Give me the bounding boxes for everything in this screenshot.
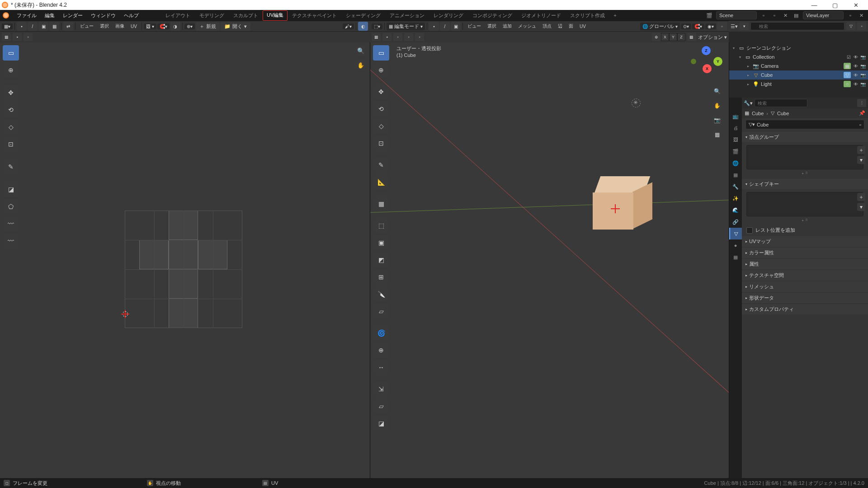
- uv-sel-face[interactable]: ▣: [38, 22, 48, 31]
- panel-uvmaps[interactable]: ▸UVマップ: [742, 236, 868, 247]
- uv-snap-picker[interactable]: 🧲▾: [157, 23, 170, 29]
- add-workspace-button[interactable]: +: [609, 11, 620, 20]
- outliner-new-col-icon[interactable]: ▫: [857, 22, 866, 30]
- uv-overlay-b[interactable]: ▪: [13, 33, 22, 41]
- workspace-tab-テクスチャペイント[interactable]: テクスチャペイント: [288, 10, 341, 21]
- nav-persp-icon[interactable]: ▦: [712, 129, 722, 140]
- sk-menu-icon[interactable]: ▾: [857, 203, 865, 211]
- workspace-tab-UV編集[interactable]: UV編集: [263, 10, 288, 21]
- ptab-object[interactable]: ▦: [729, 169, 742, 181]
- ptab-data-mesh[interactable]: ▽: [729, 228, 742, 239]
- uv-menu-uv[interactable]: UV: [128, 24, 140, 29]
- outliner-collection[interactable]: ▾▭ Collection ☑👁📷: [729, 52, 868, 61]
- workspace-tab-レイアウト[interactable]: レイアウト: [161, 10, 195, 21]
- nav-pan-icon[interactable]: ✋: [712, 100, 722, 111]
- workspace-tab-アニメーション[interactable]: アニメーション: [385, 10, 429, 21]
- v3d-menu-select[interactable]: 選択: [485, 23, 499, 29]
- uv-tool-move[interactable]: ✥: [3, 85, 19, 100]
- v3d-tool-move[interactable]: ✥: [373, 84, 389, 99]
- v3d-orient[interactable]: 🌐 グローバル ▾: [640, 23, 680, 30]
- workspace-tab-シェーディング[interactable]: シェーディング: [341, 10, 385, 21]
- uv-open-button[interactable]: 📁開く▾: [221, 22, 250, 31]
- uv-menu-select[interactable]: 選択: [97, 23, 112, 29]
- gizmo-x[interactable]: X: [703, 64, 712, 73]
- sk-add-icon[interactable]: ＋: [857, 193, 865, 201]
- v3d-tool-shear[interactable]: ▱: [373, 399, 389, 414]
- v3d-sh-a[interactable]: ▦: [372, 33, 381, 41]
- scene-new-icon[interactable]: ▫: [770, 11, 778, 19]
- vg-add-icon[interactable]: ＋: [857, 146, 865, 154]
- v3d-menu-edge[interactable]: 辺: [555, 23, 565, 29]
- v3d-sel-face[interactable]: ▣: [451, 22, 461, 31]
- v3d-sh-d[interactable]: ▫: [404, 33, 413, 41]
- rest-position-checkbox[interactable]: [746, 227, 753, 234]
- panel-attr[interactable]: ▸属性: [742, 259, 868, 269]
- outliner-display[interactable]: ▾: [740, 22, 749, 30]
- uv-tool-cursor[interactable]: ⊕: [3, 62, 19, 78]
- panel-custom[interactable]: ▸カスタムプロパティ: [742, 304, 868, 314]
- outliner-scene-collection[interactable]: ▾▭ シーンコレクション: [729, 43, 868, 52]
- ptab-scene[interactable]: 🎬: [729, 145, 742, 157]
- workspace-tab-コンポジティング[interactable]: コンポジティング: [468, 10, 517, 21]
- scene-icon[interactable]: 🎬: [705, 11, 713, 19]
- editor-type-uv[interactable]: ▦▾: [2, 23, 13, 29]
- nav-zoom-icon[interactable]: 🔍: [712, 86, 722, 97]
- v3d-menu-face[interactable]: 面: [566, 23, 576, 29]
- v3d-tool-measure[interactable]: 📐: [373, 174, 389, 190]
- outliner-item-camera[interactable]: ▸📷Camera▦👁📷: [729, 61, 868, 70]
- vg-menu-icon[interactable]: ▾: [857, 156, 865, 164]
- menu-help[interactable]: ヘルプ: [120, 10, 143, 21]
- uv-sel-edge[interactable]: /: [28, 22, 38, 31]
- uv-zoom-icon[interactable]: 🔍: [355, 45, 366, 56]
- v3d-tool-annotate[interactable]: ✎: [373, 157, 389, 173]
- outliner-item-light[interactable]: ▸💡Light○👁📷: [729, 80, 868, 89]
- uv-sel-vert[interactable]: ▪: [17, 22, 27, 31]
- v3d-tool-polybuild[interactable]: ▱: [373, 304, 389, 319]
- v3d-tool-cursor[interactable]: ⊕: [373, 62, 389, 78]
- outliner-search[interactable]: [750, 22, 844, 30]
- uv-overlay-a[interactable]: ▦: [2, 33, 11, 41]
- uv-overlay-icon[interactable]: ◑: [170, 22, 180, 31]
- nav-camera-icon[interactable]: 📷: [712, 115, 722, 126]
- v3d-tool-scale[interactable]: ◇: [373, 118, 389, 134]
- uv-pan-icon[interactable]: ✋: [355, 60, 366, 70]
- v3d-tool-smooth[interactable]: ⊕: [373, 343, 389, 358]
- ptab-texture[interactable]: ▦: [729, 251, 742, 263]
- uv-tool-rotate[interactable]: ⟲: [3, 102, 19, 117]
- v3d-menu-vertex[interactable]: 頂点: [540, 23, 554, 29]
- mesh-name-input[interactable]: ▽▾Cube▫: [745, 120, 864, 129]
- gizmo-toggle-icon[interactable]: ⊕: [652, 33, 661, 41]
- v3d-tool-rotate[interactable]: ⟲: [373, 101, 389, 117]
- uv-paint-picker[interactable]: 🖌▾: [343, 23, 354, 29]
- v3d-tool-addcube[interactable]: ▦: [373, 196, 389, 211]
- uv-sync-icon[interactable]: ⇄: [63, 22, 73, 31]
- workspace-tab-スクリプト作成[interactable]: スクリプト作成: [566, 10, 609, 21]
- v3d-tool-bevel[interactable]: ◩: [373, 252, 389, 267]
- uv-image-picker[interactable]: 🖼 ▾: [144, 23, 156, 29]
- ptab-material[interactable]: ●: [729, 239, 742, 251]
- ptab-viewlayer[interactable]: 🖼: [729, 134, 742, 145]
- ptab-render[interactable]: 📺: [729, 110, 742, 122]
- v3d-tool-rip[interactable]: ◪: [373, 416, 389, 431]
- ptab-modifier[interactable]: 🔧: [729, 181, 742, 192]
- editor-type-outliner[interactable]: ☰▾: [731, 23, 738, 29]
- v3d-tool-transform[interactable]: ⊡: [373, 136, 389, 151]
- viewlayer-del-icon[interactable]: ✕: [857, 11, 865, 19]
- workspace-tab-レンダリング[interactable]: レンダリング: [429, 10, 468, 21]
- editor-type-3d[interactable]: ⬚▾: [372, 23, 382, 29]
- viewlayer-icon[interactable]: ▤: [792, 11, 800, 19]
- v3d-sel-vert[interactable]: ▪: [429, 22, 439, 31]
- v3d-menu-uv[interactable]: UV: [577, 24, 589, 29]
- scene-browse-icon[interactable]: ▫: [760, 11, 768, 19]
- panel-vertex-groups[interactable]: ▾頂点グループ: [742, 132, 868, 142]
- v3d-tool-extrude[interactable]: ⬚: [373, 218, 389, 233]
- panel-shape-keys[interactable]: ▾シェイプキー: [742, 179, 868, 189]
- uv-menu-image[interactable]: 画像: [113, 23, 127, 29]
- v3d-pivot[interactable]: ⊙▾: [681, 23, 691, 29]
- workspace-tab-スカルプト[interactable]: スカルプト: [229, 10, 263, 21]
- gizmo-y[interactable]: Y: [713, 57, 722, 66]
- v3d-overlay-a[interactable]: ▫: [717, 22, 727, 31]
- uv-tool-select[interactable]: ▭: [3, 45, 19, 61]
- uv-tool-scale[interactable]: ◇: [3, 119, 19, 135]
- v3d-propedit[interactable]: ◉▾: [705, 23, 716, 29]
